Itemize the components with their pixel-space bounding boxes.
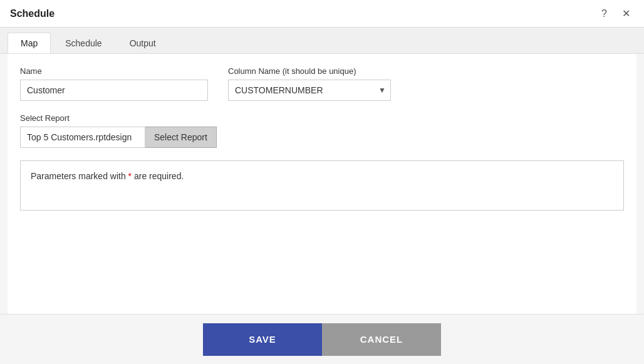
tab-map[interactable]: Map [8,33,51,53]
params-text-before: Parameters marked with [31,171,128,181]
parameters-box: Parameters marked with * are required. [20,160,624,211]
select-report-label: Select Report [20,113,624,123]
name-label: Name [20,66,208,76]
dialog-title: Schedule [10,8,55,19]
column-name-select[interactable]: CUSTOMERNUMBER CUSTOMERID CUSTOMERNAME [228,80,391,101]
column-name-label: Column Name (it should be unique) [228,66,428,76]
close-button[interactable]: ✕ [618,8,634,20]
save-button[interactable]: SAVE [203,323,322,356]
dialog-footer: SAVE CANCEL [0,314,644,364]
select-report-button[interactable]: Select Report [145,127,217,148]
cancel-button[interactable]: CANCEL [322,323,441,356]
tab-bar: Map Schedule Output [0,28,644,54]
report-file-input[interactable] [20,127,145,148]
tab-schedule[interactable]: Schedule [52,33,115,53]
params-text: Parameters marked with * are required. [31,171,184,181]
name-input[interactable] [20,80,208,101]
params-text-after: are required. [132,171,184,181]
tab-output[interactable]: Output [117,33,169,53]
help-button[interactable]: ? [598,8,611,20]
